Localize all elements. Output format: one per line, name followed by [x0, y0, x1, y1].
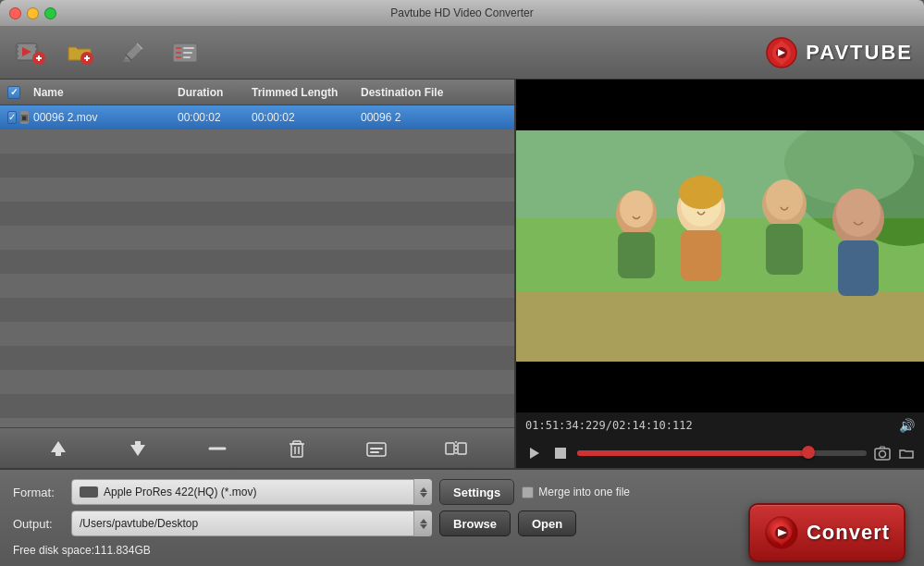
output-path[interactable]: /Users/pavtube/Desktop	[71, 511, 432, 536]
stop-button[interactable]	[551, 444, 570, 462]
add-video-button[interactable]	[11, 34, 48, 71]
arrow-up-icon	[420, 487, 427, 492]
task-list-button[interactable]	[166, 34, 203, 71]
window-controls	[9, 7, 56, 19]
edit-button[interactable]	[115, 34, 152, 71]
film-icon: ▣	[20, 111, 29, 124]
table-row-empty[interactable]	[0, 370, 514, 394]
svg-rect-51	[681, 230, 721, 281]
svg-marker-24	[51, 441, 66, 452]
convert-text: Convert	[807, 521, 890, 545]
title-bar: Pavtube HD Video Converter	[0, 0, 924, 26]
svg-rect-13	[86, 55, 88, 61]
table-row-empty[interactable]	[0, 154, 514, 178]
table-row-empty[interactable]	[0, 226, 514, 250]
svg-rect-31	[293, 441, 301, 444]
split-button[interactable]	[441, 434, 471, 463]
folder-icon[interactable]	[898, 445, 915, 461]
svg-rect-27	[135, 441, 141, 446]
open-button[interactable]: Open	[518, 511, 576, 536]
format-select[interactable]: Apple ProRes 422(HQ) (*.mov)	[71, 479, 432, 505]
arrow-down-icon	[420, 493, 427, 498]
row-name: 00096 2.mov	[30, 111, 174, 124]
progress-fill	[577, 450, 808, 456]
volume-icon[interactable]: 🔊	[899, 418, 915, 433]
close-button[interactable]	[9, 7, 21, 19]
table-row-empty[interactable]	[0, 129, 514, 154]
svg-rect-20	[183, 52, 192, 54]
move-down-button[interactable]	[123, 434, 153, 463]
table-row[interactable]: ✓ ▣ 00096 2.mov 00:00:02 00:00:02 00096 …	[0, 105, 514, 129]
svg-rect-45	[516, 292, 924, 362]
move-up-button[interactable]	[43, 434, 73, 463]
format-value: Apple ProRes 422(HQ) (*.mov)	[104, 486, 256, 498]
convert-button[interactable]: Convert	[748, 503, 906, 562]
svg-rect-37	[446, 443, 454, 454]
svg-point-54	[766, 179, 803, 220]
preview-timecode-bar: 01:51:34:229/02:14:10:112 🔊	[516, 412, 924, 438]
maximize-button[interactable]	[44, 7, 56, 19]
svg-rect-16	[176, 47, 181, 49]
svg-rect-48	[618, 232, 655, 278]
browse-button[interactable]: Browse	[439, 511, 511, 536]
play-button[interactable]	[525, 444, 544, 462]
table-row-empty[interactable]	[0, 322, 514, 346]
svg-marker-26	[130, 445, 145, 456]
format-dropdown-arrow[interactable]	[413, 479, 432, 505]
svg-rect-17	[176, 52, 181, 54]
svg-rect-29	[291, 444, 302, 457]
main-content: ✓ Name Duration Trimmed Length Destinati…	[0, 80, 924, 468]
table-row-empty[interactable]	[0, 202, 514, 226]
svg-point-62	[880, 451, 886, 458]
row-dest: 00096 2	[357, 111, 514, 124]
progress-thumb	[802, 446, 815, 459]
row-trimmed: 00:00:02	[248, 111, 357, 124]
svg-rect-58	[838, 240, 879, 296]
table-row-empty[interactable]	[0, 346, 514, 370]
output-dropdown-arrow[interactable]	[413, 511, 432, 536]
seek-bar[interactable]	[577, 450, 867, 456]
preview-image	[516, 130, 924, 362]
merge-checkbox[interactable]	[522, 486, 534, 498]
table-row-empty[interactable]	[0, 178, 514, 202]
merge-text: Merge into one file	[538, 486, 630, 498]
row-checkbox[interactable]: ✓	[7, 111, 17, 124]
svg-rect-1	[15, 45, 18, 48]
table-row-empty[interactable]	[0, 250, 514, 274]
file-toolbar	[0, 427, 514, 468]
table-row-empty[interactable]	[0, 298, 514, 322]
svg-rect-35	[370, 448, 383, 449]
table-row-empty[interactable]	[0, 274, 514, 298]
svg-rect-3	[15, 55, 18, 57]
preview-black-top	[516, 80, 924, 130]
svg-rect-21	[183, 56, 191, 58]
settings-button[interactable]: Settings	[439, 479, 514, 505]
header-check: ✓	[4, 86, 30, 99]
remove-button[interactable]	[203, 434, 232, 463]
convert-area: Convert	[748, 503, 906, 562]
svg-rect-4	[35, 45, 39, 48]
svg-rect-14	[123, 60, 130, 62]
select-all-checkbox[interactable]: ✓	[7, 86, 20, 99]
preview-video	[516, 80, 924, 412]
svg-rect-38	[458, 443, 466, 454]
arrow-up-icon	[420, 519, 427, 523]
output-select-wrapper: /Users/pavtube/Desktop	[71, 511, 432, 536]
minimize-button[interactable]	[27, 7, 39, 19]
format-row: Format: Apple ProRes 422(HQ) (*.mov) Set…	[13, 479, 911, 505]
format-icon	[80, 486, 98, 498]
svg-rect-18	[176, 56, 181, 58]
subtitle-button[interactable]	[362, 434, 391, 463]
svg-rect-19	[183, 47, 194, 49]
table-row-empty[interactable]	[0, 394, 514, 418]
preview-controls	[516, 438, 924, 468]
output-value: /Users/pavtube/Desktop	[80, 517, 198, 530]
add-folder-button[interactable]	[63, 34, 100, 71]
snapshot-icon[interactable]	[874, 445, 891, 461]
app-title: Pavtube HD Video Converter	[390, 6, 534, 19]
delete-button[interactable]	[282, 434, 312, 463]
main-toolbar: PAVTUBE	[0, 26, 924, 80]
table-header: ✓ Name Duration Trimmed Length Destinati…	[0, 80, 514, 105]
svg-point-57	[836, 189, 881, 237]
svg-rect-60	[555, 448, 566, 459]
